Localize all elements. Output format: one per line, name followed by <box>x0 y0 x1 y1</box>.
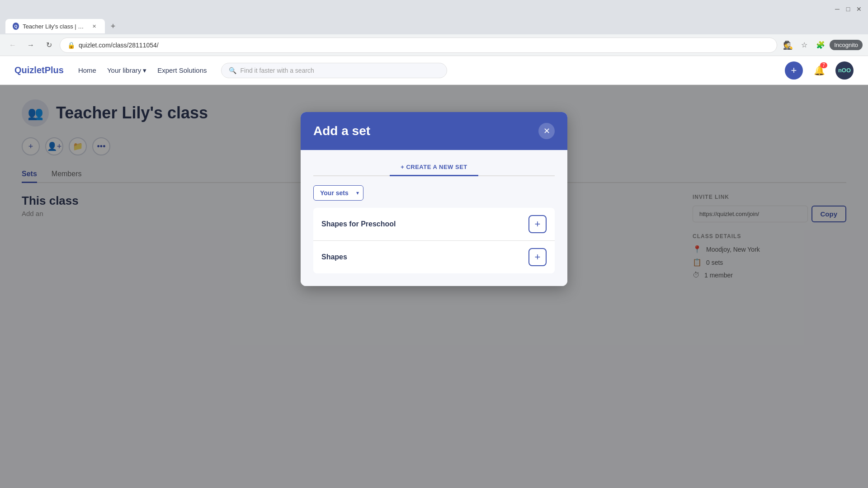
chevron-down-icon: ▾ <box>143 66 146 75</box>
nav-links: Home Your library ▾ Expert Solutions <box>78 66 207 75</box>
browser-chrome: ─ □ ✕ Q Teacher Lily's class | Quizlet ✕… <box>0 0 868 56</box>
tab-bar: Q Teacher Lily's class | Quizlet ✕ + <box>0 18 868 34</box>
nav-right-icons: 🕵 ☆ 🧩 Incognito <box>781 38 863 52</box>
maximize-btn[interactable]: □ <box>844 5 852 13</box>
add-btn[interactable]: + <box>785 61 803 80</box>
window-controls: ─ □ ✕ <box>834 5 863 13</box>
app-content: QuizletPlus Home Your library ▾ Expert S… <box>0 56 868 488</box>
forward-btn[interactable]: → <box>24 38 38 52</box>
bookmark-btn[interactable]: ☆ <box>797 38 811 52</box>
filter-select-wrapper: Your sets <box>313 185 363 201</box>
incognito-icon: 🕵 <box>781 38 795 52</box>
notification-btn[interactable]: 🔔 7 <box>810 61 828 80</box>
modal-tab-row: + CREATE A NEW SET <box>313 159 555 176</box>
extensions-btn[interactable]: 🧩 <box>813 38 828 52</box>
title-bar: ─ □ ✕ <box>0 0 868 18</box>
modal-overlay: Add a set ✕ + CREATE A NEW SET Your sets <box>0 85 868 488</box>
add-set-btn-1[interactable]: + <box>528 248 547 266</box>
nav-solutions[interactable]: Expert Solutions <box>157 66 207 74</box>
close-btn[interactable]: ✕ <box>855 5 863 13</box>
nav-library[interactable]: Your library ▾ <box>107 66 146 75</box>
search-placeholder: Find it faster with a search <box>240 67 314 74</box>
set-name-1: Shapes <box>321 253 347 261</box>
set-name-0: Shapes for Preschool <box>321 220 396 228</box>
refresh-btn[interactable]: ↻ <box>42 38 56 52</box>
active-tab[interactable]: Q Teacher Lily's class | Quizlet ✕ <box>5 19 105 33</box>
modal-header: Add a set ✕ <box>301 112 567 150</box>
create-new-set-tab[interactable]: + CREATE A NEW SET <box>390 159 478 176</box>
nav-right: + 🔔 7 nOO <box>785 61 854 80</box>
modal-body: + CREATE A NEW SET Your sets Shapes for … <box>301 150 567 286</box>
avatar[interactable]: nOO <box>835 61 854 80</box>
lock-icon: 🔒 <box>67 42 75 49</box>
nav-home[interactable]: Home <box>78 66 96 74</box>
address-bar[interactable]: 🔒 quizlet.com/class/28111054/ <box>60 38 777 53</box>
tab-title: Teacher Lily's class | Quizlet <box>23 23 88 30</box>
nav-bar: ← → ↻ 🔒 quizlet.com/class/28111054/ 🕵 ☆ … <box>0 34 868 56</box>
app-nav: QuizletPlus Home Your library ▾ Expert S… <box>0 56 868 85</box>
set-item: Shapes for Preschool + <box>313 208 555 241</box>
modal-close-btn[interactable]: ✕ <box>538 123 555 139</box>
filter-select[interactable]: Your sets <box>313 185 363 201</box>
search-icon: 🔍 <box>229 67 236 74</box>
logo[interactable]: QuizletPlus <box>14 65 64 75</box>
minimize-btn[interactable]: ─ <box>834 5 841 13</box>
filter-row: Your sets <box>313 185 555 201</box>
set-list: Shapes for Preschool + Shapes + <box>313 208 555 273</box>
page-content: 👥 Teacher Lily's class + 👤+ 📁 ••• Sets M… <box>0 85 868 488</box>
back-btn[interactable]: ← <box>5 38 20 52</box>
search-bar[interactable]: 🔍 Find it faster with a search <box>221 63 447 78</box>
modal-title: Add a set <box>313 124 370 138</box>
tab-favicon: Q <box>13 23 19 30</box>
incognito-badge: Incognito <box>830 40 863 50</box>
tab-close-btn[interactable]: ✕ <box>91 23 98 30</box>
address-text: quizlet.com/class/28111054/ <box>79 42 769 49</box>
add-set-btn-0[interactable]: + <box>528 215 547 233</box>
add-set-modal: Add a set ✕ + CREATE A NEW SET Your sets <box>301 112 567 286</box>
new-tab-btn[interactable]: + <box>107 20 119 33</box>
set-item-1: Shapes + <box>313 241 555 273</box>
notification-badge: 7 <box>820 62 827 68</box>
